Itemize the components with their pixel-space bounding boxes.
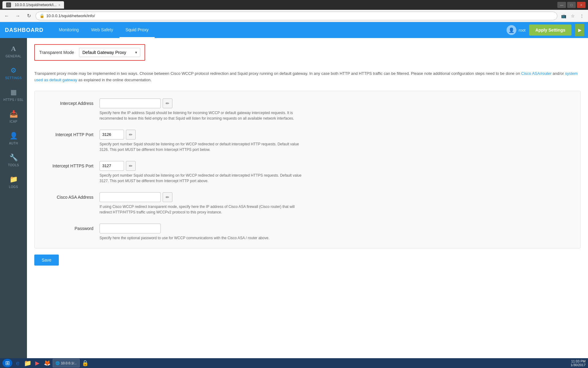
taskbar-folder-icon: 📁 (24, 359, 32, 367)
intercept-address-input[interactable] (100, 98, 161, 108)
intercept-address-edit-button[interactable]: ✏ (163, 98, 172, 108)
mode-select-wrapper[interactable]: Default Gateway Proxy Cisco WCCP No Tran… (79, 48, 140, 57)
nav-web-safety[interactable]: Web Safety (85, 22, 119, 38)
tools-icon: 🔧 (9, 154, 18, 162)
back-button[interactable]: ← (2, 12, 11, 20)
password-content: Specify here the optional password to us… (100, 224, 571, 241)
sidebar-item-general[interactable]: A GENERAL (0, 40, 27, 62)
menu-icon[interactable]: ⋮ (578, 12, 586, 20)
media-play-icon: ▶ (35, 360, 40, 366)
minimize-button[interactable]: — (557, 2, 566, 8)
form-row-password: Password Specify here the optional passw… (44, 224, 571, 241)
cisco-asa-address-content: ✏ If using Cisco WCCP redirect transpare… (100, 192, 571, 215)
browser-tab[interactable]: 🗒 10.0.0.1/squid/network/i... × (2, 1, 64, 9)
intercept-https-port-content: ✏ Specify port number Squid should be li… (100, 161, 571, 184)
intercept-https-port-input[interactable] (100, 161, 124, 171)
window-controls: — □ × (557, 2, 586, 8)
intercept-address-content: ✏ Specify here the IP address Squid shou… (100, 98, 571, 121)
settings-card: Intercept Address ✏ Specify here the IP … (34, 91, 581, 248)
address-bar: ← → ↻ 🔒 10.0.0.1/squid/network/info/ 📺 ☆… (0, 10, 588, 22)
cisco-asa-address-edit-button[interactable]: ✏ (163, 192, 172, 202)
maximize-button[interactable]: □ (567, 2, 576, 8)
security-icon[interactable]: 🔒 (81, 359, 89, 367)
sidebar-label-settings: SETTINGS (5, 76, 22, 80)
cisco-asa-address-input[interactable] (100, 192, 161, 202)
sidebar-item-logs[interactable]: 📁 LOGS (0, 171, 27, 193)
sidebar-item-icap[interactable]: 📥 ICAP (0, 106, 27, 128)
main-layout: A GENERAL ⚙ SETTINGS ▦ HTTPS / SSL 📥 ICA… (0, 38, 588, 358)
tab-close-icon[interactable]: × (58, 3, 60, 7)
intercept-http-port-content: ✏ Specify port number Squid should be li… (100, 130, 571, 152)
sidebar-item-auth[interactable]: 👤 AUTH (0, 128, 27, 149)
chrome-icon: 🌐 (55, 361, 60, 365)
header-right: 👤 root Apply Settings ▶ (507, 24, 584, 36)
url-text: 10.0.0.1/squid/network/info/ (46, 13, 553, 18)
intercept-address-help: Specify here the IP address Squid should… (100, 110, 308, 121)
ie-icon[interactable]: e (13, 359, 22, 367)
sidebar-label-logs: LOGS (9, 185, 18, 189)
address-bar-icons: 📺 ☆ ⋮ (560, 12, 586, 20)
password-input[interactable] (100, 224, 161, 233)
nav-squid-proxy[interactable]: Squid Proxy (119, 22, 155, 38)
taskbar-date-text: 1/30/2017 (571, 363, 586, 367)
sidebar-label-tools: TOOLS (8, 163, 19, 167)
cisco-asa-link[interactable]: Cisco ASA/router (521, 71, 552, 76)
dashboard-logo: DASHBOARD (5, 27, 43, 33)
username: root (519, 28, 526, 33)
taskbar-security-icon: 🔒 (82, 360, 89, 366)
cisco-asa-address-help: If using Cisco WCCP redirect transparent… (100, 204, 308, 215)
forward-button[interactable]: → (13, 12, 22, 20)
sidebar-label-icap: ICAP (9, 120, 17, 123)
logs-icon: 📁 (9, 175, 18, 183)
media-player-icon[interactable]: ▶ (33, 359, 42, 367)
general-icon: A (11, 45, 16, 53)
save-button[interactable]: Save (34, 255, 59, 266)
apply-settings-arrow[interactable]: ▶ (575, 24, 584, 36)
taskbar-clock: 11:03 PM 1/30/2017 (571, 359, 586, 367)
intercept-https-port-edit-button[interactable]: ✏ (126, 161, 136, 171)
intercept-http-port-help: Specify port number Squid should be list… (100, 141, 308, 152)
sidebar-label-https-ssl: HTTPS / SSL (3, 98, 24, 102)
start-button[interactable]: ⊞ (2, 359, 12, 367)
transparent-mode-label: Transparent Mode (39, 50, 74, 55)
sidebar-item-https-ssl[interactable]: ▦ HTTPS / SSL (0, 84, 27, 106)
taskbar-firefox-icon: 🦊 (44, 360, 51, 366)
desc-text-3: as explained in the online documentation… (77, 78, 152, 82)
password-input-row (100, 224, 571, 233)
app-header: DASHBOARD Monitoring Web Safety Squid Pr… (0, 22, 588, 38)
taskbar-chrome-item[interactable]: 🌐 10.0.0.1/... (53, 359, 80, 367)
sidebar-label-general: GENERAL (6, 55, 21, 58)
https-ssl-icon: ▦ (10, 88, 17, 96)
description-text: Transparent proxy mode may be implemente… (34, 71, 581, 83)
intercept-https-port-label: Intercept HTTPS Port (44, 161, 100, 184)
form-buttons: Save (34, 255, 581, 266)
transparent-mode-select[interactable]: Default Gateway Proxy Cisco WCCP No Tran… (79, 48, 140, 57)
cast-icon[interactable]: 📺 (560, 12, 567, 20)
desc-text-2: and/or (552, 71, 565, 76)
tab-favicon: 🗒 (6, 2, 11, 7)
refresh-button[interactable]: ↻ (24, 12, 33, 20)
nav-monitoring[interactable]: Monitoring (53, 22, 85, 38)
sidebar-item-settings[interactable]: ⚙ SETTINGS (0, 62, 27, 84)
sidebar-item-tools[interactable]: 🔧 TOOLS (0, 149, 27, 171)
close-button[interactable]: × (577, 2, 586, 8)
firefox-icon[interactable]: 🦊 (43, 359, 51, 367)
folder-icon[interactable]: 📁 (23, 359, 32, 367)
intercept-http-port-input-row: ✏ (100, 130, 571, 140)
cisco-asa-address-input-row: ✏ (100, 192, 571, 202)
taskbar-time-text: 11:03 PM (571, 359, 586, 363)
intercept-address-label: Intercept Address (44, 98, 100, 121)
sidebar: A GENERAL ⚙ SETTINGS ▦ HTTPS / SSL 📥 ICA… (0, 38, 27, 358)
intercept-http-port-edit-button[interactable]: ✏ (126, 130, 136, 140)
taskbar-url-label: 10.0.0.1/... (61, 361, 77, 365)
form-row-intercept-http-port: Intercept HTTP Port ✏ Specify port numbe… (44, 130, 571, 152)
user-avatar: 👤 (507, 25, 516, 35)
intercept-http-port-input[interactable] (100, 130, 124, 140)
url-bar[interactable]: 🔒 10.0.0.1/squid/network/info/ (36, 12, 557, 20)
lock-icon: 🔒 (40, 13, 44, 18)
star-icon[interactable]: ☆ (569, 12, 576, 20)
windows-logo-icon: ⊞ (5, 360, 10, 366)
intercept-https-port-help: Specify port number Squid should be list… (100, 173, 308, 184)
intercept-address-input-row: ✏ (100, 98, 571, 108)
apply-settings-button[interactable]: Apply Settings (529, 25, 571, 36)
